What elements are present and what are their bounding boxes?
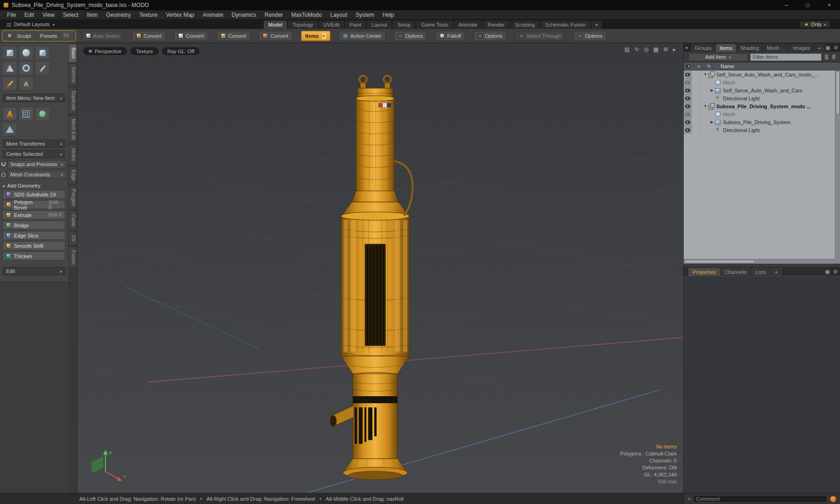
cube-tool-button[interactable]	[2, 46, 17, 60]
tree-row[interactable]: ▶ Self_Serve_Auto_Wash_and_Cars	[684, 86, 840, 94]
more-transforms-dropdown[interactable]: More Transforms	[3, 140, 65, 148]
add-layout-tab-button[interactable]: +	[591, 21, 602, 29]
horizontal-scrollbar[interactable]	[684, 259, 835, 264]
visibility-cell[interactable]	[684, 126, 692, 134]
tree-row[interactable]: Mesh	[684, 78, 840, 86]
chevron-left-icon[interactable]: ◂	[685, 45, 687, 50]
visibility-cell[interactable]	[684, 110, 692, 118]
tab-animate[interactable]: Animate	[454, 21, 482, 29]
menu-edit[interactable]: Edit	[20, 10, 38, 19]
menu-view[interactable]: View	[38, 10, 59, 19]
side-tab-deform[interactable]: Deform	[69, 63, 77, 86]
side-tab-curve[interactable]: Curve	[69, 210, 77, 231]
viewport-canvas[interactable]: y x	[77, 43, 683, 493]
maximize-button[interactable]: □	[797, 0, 819, 10]
collapse-arrow-icon[interactable]: ▼	[703, 72, 708, 77]
close-button[interactable]: ×	[819, 0, 840, 10]
eye-icon[interactable]	[685, 97, 690, 100]
eye-icon[interactable]	[685, 120, 690, 124]
tree-item-label[interactable]: Directional Light	[723, 127, 760, 133]
viewport-3d[interactable]: y x Perspective Texture Ray GL: Off ▤ ↻ …	[77, 43, 683, 493]
bridge-button[interactable]: Bridge	[3, 221, 65, 230]
tab-mesh[interactable]: Mesh ...	[763, 44, 789, 52]
falloff-button[interactable]: Falloff	[435, 31, 465, 41]
edit-column-header[interactable]: ✎	[704, 63, 714, 70]
menu-select[interactable]: Select	[59, 10, 83, 19]
gradient-tool-button[interactable]	[2, 107, 17, 121]
sort-button[interactable]: S	[824, 53, 829, 61]
tree-item-label[interactable]: Subsea_Pile_Driving_System	[723, 119, 791, 125]
tree-row[interactable]: ▼ Self_Serve_Auto_Wash_and_Cars_modo_...	[684, 70, 840, 78]
action-center-button[interactable]: Action Center	[339, 31, 386, 41]
tab-uvedit[interactable]: UVEdit	[319, 21, 344, 29]
menu-vertex-map[interactable]: Vertex Map	[162, 10, 199, 19]
tab-channels[interactable]: Channels	[721, 268, 750, 276]
eye-icon[interactable]	[685, 112, 690, 116]
tree-item-label[interactable]: Directional Light	[723, 96, 760, 101]
item-menu-dropdown[interactable]: Item Menu: New Item	[3, 94, 65, 102]
add-panel-tab-button[interactable]: +	[814, 44, 825, 52]
grid-tool-button[interactable]	[19, 107, 34, 121]
menu-render[interactable]: Render	[260, 10, 287, 19]
menu-system[interactable]: System	[351, 10, 378, 19]
menu-animate[interactable]: Animate	[198, 10, 227, 19]
menu-geometry[interactable]: Geometry	[102, 10, 135, 19]
chevron-right-icon[interactable]: ▸	[322, 33, 326, 39]
convert-button-4[interactable]: Convert	[259, 31, 293, 41]
vertical-scrollbar[interactable]	[835, 70, 840, 264]
scrollbar-thumb[interactable]	[685, 260, 755, 263]
tab-game-tools[interactable]: Game Tools	[416, 21, 453, 29]
tab-items[interactable]: Items	[716, 44, 736, 52]
grid-toggle-icon[interactable]: ▦	[653, 46, 658, 53]
globe-tool-button[interactable]	[35, 107, 50, 121]
smooth-shift-button[interactable]: Smooth Shift	[3, 241, 65, 250]
text-tool-button[interactable]	[19, 77, 34, 91]
filter-button[interactable]: F	[831, 53, 837, 61]
tab-images[interactable]: Images	[789, 44, 813, 52]
side-tab-basic[interactable]: Basic	[69, 44, 77, 63]
eye-icon[interactable]	[685, 105, 690, 108]
menu-item[interactable]: Item	[83, 10, 102, 19]
gear-icon[interactable]: ⚙	[833, 45, 838, 51]
add-column-header[interactable]: +	[694, 63, 704, 70]
menu-help[interactable]: Help	[378, 10, 399, 19]
pen-tool-button[interactable]	[35, 61, 50, 75]
tree-row[interactable]: Directional Light	[684, 126, 840, 134]
gear-icon[interactable]: ⚙	[833, 269, 838, 275]
visibility-cell[interactable]	[684, 78, 692, 86]
polygon-bevel-button[interactable]: Polygon Bevel Shift-B	[3, 200, 65, 209]
rounded-cube-tool-button[interactable]	[35, 46, 50, 60]
extrude-button[interactable]: Extrude Shift-X	[3, 210, 65, 219]
popout-icon[interactable]: ▣	[825, 269, 830, 275]
torus-tool-button[interactable]	[19, 61, 34, 75]
tab-setup[interactable]: Setup	[392, 21, 415, 29]
tab-model[interactable]: Model	[264, 21, 287, 29]
eye-icon[interactable]	[685, 89, 690, 92]
collapse-arrow-icon[interactable]: ▼	[703, 104, 708, 108]
default-layouts-button[interactable]: Default Layouts	[3, 20, 58, 29]
cone-tool-button[interactable]	[2, 61, 17, 75]
eye-icon[interactable]	[685, 73, 690, 77]
tab-groups[interactable]: Groups	[691, 44, 715, 52]
convert-button-3[interactable]: Convert	[217, 31, 251, 41]
sculpt-button[interactable]: Sculpt	[17, 33, 31, 39]
tree-row[interactable]: ▶ Subsea_Pile_Driving_System	[684, 118, 840, 126]
menu-file[interactable]: File	[3, 10, 20, 19]
visibility-cell[interactable]	[684, 86, 692, 94]
minimize-button[interactable]: –	[776, 0, 797, 10]
select-through-options-button[interactable]: Options	[574, 31, 607, 41]
only-button[interactable]: ★ Only	[799, 21, 831, 28]
scrollbar-thumb[interactable]	[836, 71, 840, 114]
visibility-cell[interactable]	[684, 70, 692, 78]
gear-icon[interactable]: ⚙	[663, 46, 668, 53]
add-item-button[interactable]: Add Item	[688, 53, 748, 61]
action-center-options-button[interactable]: Options	[394, 31, 427, 41]
expand-icon[interactable]: ▸	[673, 46, 676, 53]
texture-mode-button[interactable]: Texture	[130, 47, 158, 55]
falloff-options-button[interactable]: Options	[474, 31, 507, 41]
side-tab-fusion[interactable]: Fusion	[69, 246, 77, 268]
auto-select-button[interactable]: Auto Select	[82, 31, 124, 41]
menu-dynamics[interactable]: Dynamics	[227, 10, 260, 19]
raygl-button[interactable]: Ray GL: Off	[162, 47, 200, 55]
tab-layout[interactable]: Layout	[367, 21, 392, 29]
